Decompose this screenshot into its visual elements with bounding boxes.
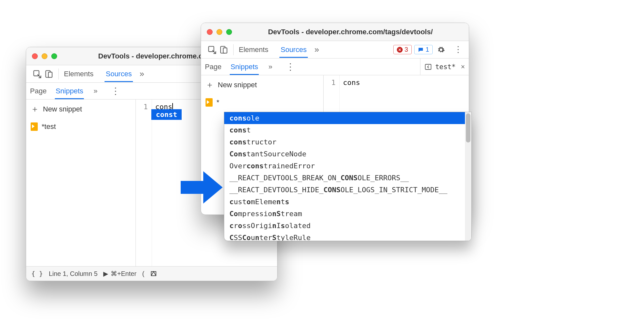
zoom-window-icon[interactable] (226, 29, 232, 35)
scrollbar-track[interactable] (465, 112, 471, 241)
sources-subtoolbar: Page Snippets » ⋮ test* × (201, 58, 469, 75)
line-gutter: 1 (136, 100, 152, 266)
file-tab: test* × (420, 58, 469, 75)
window-controls (207, 29, 232, 35)
plus-icon: ＋ (206, 79, 214, 90)
status-paren: ( (142, 270, 145, 278)
more-options-icon[interactable]: ⋮ (286, 61, 295, 72)
new-snippet-button[interactable]: ＋ New snippet (201, 75, 323, 94)
more-tabs-icon[interactable]: » (139, 69, 144, 79)
devtools-toolbar: Elements Sources » × 3 1 ⋮ (201, 41, 469, 58)
status-bar: { } Line 1, Column 5 ▶ ⌘+Enter ( (26, 266, 277, 281)
separator (233, 44, 234, 55)
subtab-page[interactable]: Page (204, 59, 222, 75)
subtab-page[interactable]: Page (29, 83, 47, 99)
minimize-window-icon[interactable] (42, 53, 47, 59)
line-number: 1 (324, 79, 336, 87)
snippet-file-icon (206, 98, 213, 107)
more-tabs-icon[interactable]: » (314, 45, 319, 55)
step-over-icon[interactable] (150, 270, 157, 277)
code-content: cons const (152, 100, 176, 266)
tab-elements[interactable]: Elements (63, 66, 95, 82)
snippet-file-row[interactable]: * (201, 94, 323, 110)
cursor-position: Line 1, Column 5 (49, 270, 97, 278)
issues-badge[interactable]: 1 (414, 45, 433, 54)
zoom-window-icon[interactable] (51, 53, 57, 59)
run-snippet-button[interactable]: ▶ ⌘+Enter (103, 270, 136, 278)
device-toggle-icon[interactable] (43, 68, 55, 80)
autocomplete-item[interactable]: const (224, 124, 465, 136)
subtab-snippets[interactable]: Snippets (55, 83, 84, 99)
inspect-icon[interactable] (31, 68, 43, 80)
panel-tabs: Elements Sources (63, 66, 133, 82)
close-window-icon[interactable] (32, 53, 38, 59)
play-icon: ▶ (103, 270, 108, 278)
svg-rect-2 (48, 72, 52, 77)
window-title: DevTools - developer.chrome.com/tags/dev… (238, 28, 463, 36)
minimize-window-icon[interactable] (216, 29, 222, 35)
close-file-icon[interactable]: × (461, 63, 465, 71)
snippet-nav: ＋ New snippet *test (26, 100, 136, 266)
line-number: 1 (136, 103, 148, 111)
device-toggle-icon[interactable] (218, 44, 229, 56)
svg-rect-8 (425, 64, 431, 69)
snippet-file-row[interactable]: *test (26, 119, 136, 135)
autocomplete-item[interactable]: ConstantSourceNode (224, 148, 465, 160)
autocomplete-item[interactable]: __REACT_DEVTOOLS_HIDE_CONSOLE_LOGS_IN_ST… (224, 184, 465, 196)
error-count: 3 (405, 46, 408, 53)
autocomplete-popup[interactable]: consoleconstconstructorConstantSourceNod… (224, 112, 472, 241)
autocomplete-list: consoleconstconstructorConstantSourceNod… (224, 112, 465, 241)
autocomplete-item[interactable]: constructor (224, 136, 465, 148)
more-subtabs-icon[interactable]: » (268, 63, 272, 71)
issues-count: 1 (426, 46, 429, 53)
tab-sources[interactable]: Sources (105, 66, 133, 82)
autocomplete-item[interactable]: console (224, 112, 465, 124)
inspect-icon[interactable] (206, 44, 218, 56)
more-menu-icon[interactable]: ⋮ (453, 45, 464, 55)
tab-elements[interactable]: Elements (237, 42, 270, 58)
new-snippet-label: New snippet (43, 105, 82, 113)
autocomplete-item[interactable]: __REACT_DEVTOOLS_BREAK_ON_CONSOLE_ERRORS… (224, 172, 465, 184)
pretty-print-button[interactable]: { } (31, 270, 43, 278)
settings-icon[interactable] (437, 46, 448, 54)
autocomplete-popup-single[interactable]: const (151, 109, 182, 120)
window-controls (32, 53, 57, 59)
autocomplete-item[interactable]: customElements (224, 196, 465, 208)
autocomplete-item[interactable]: OverconstrainedError (224, 160, 465, 172)
more-options-icon[interactable]: ⋮ (111, 86, 120, 96)
new-snippet-button[interactable]: ＋ New snippet (26, 100, 136, 119)
snippet-file-label: *test (42, 122, 56, 131)
autocomplete-item[interactable]: CSSCounterStyleRule (224, 232, 465, 241)
braces-icon: { } (31, 270, 43, 278)
code-text: cons (343, 79, 360, 87)
separator (58, 68, 59, 79)
tab-sources[interactable]: Sources (279, 42, 308, 58)
new-snippet-label: New snippet (218, 81, 257, 89)
autocomplete-item[interactable]: crossOriginIsolated (224, 220, 465, 232)
run-shortcut-label: ⌘+Enter (111, 270, 136, 278)
transition-arrow-icon (181, 170, 223, 205)
collapse-sidebar-icon[interactable] (424, 63, 432, 71)
snippet-file-icon (31, 122, 38, 131)
svg-rect-7 (223, 48, 227, 53)
close-window-icon[interactable] (207, 29, 213, 35)
message-icon (418, 47, 424, 53)
open-file-name[interactable]: test* (435, 63, 456, 71)
scrollbar-thumb[interactable] (466, 113, 470, 142)
error-icon: × (397, 47, 403, 53)
autocomplete-item[interactable]: CompressionStream (224, 208, 465, 220)
more-subtabs-icon[interactable]: » (94, 87, 97, 95)
error-badge[interactable]: × 3 (393, 45, 412, 54)
svg-rect-4 (151, 272, 156, 276)
snippet-file-label: * (216, 98, 219, 107)
titlebar: DevTools - developer.chrome.com/tags/dev… (201, 23, 469, 41)
panel-tabs: Elements Sources (237, 42, 308, 58)
subtab-snippets[interactable]: Snippets (230, 59, 259, 75)
plus-icon: ＋ (31, 103, 39, 115)
